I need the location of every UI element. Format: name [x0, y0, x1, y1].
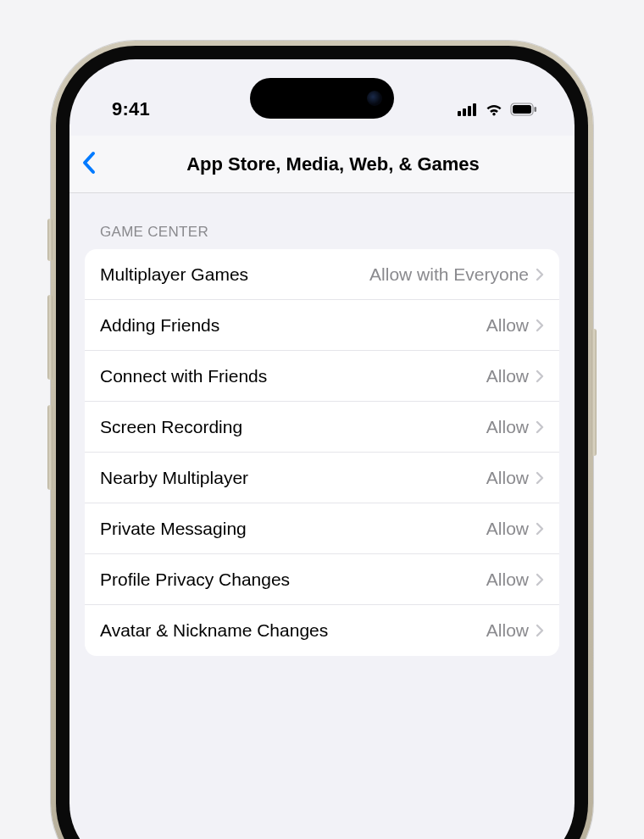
row-value: Allow [219, 315, 536, 336]
back-button[interactable] [81, 151, 97, 178]
row-label: Profile Privacy Changes [100, 570, 290, 590]
page-title: App Store, Media, Web, & Games [69, 153, 575, 175]
chevron-right-icon [536, 471, 544, 485]
chevron-right-icon [536, 573, 544, 586]
section-header-game-center: GAME CENTER [85, 193, 559, 249]
row-value: Allow [267, 366, 536, 386]
row-label: Multiplayer Games [100, 264, 248, 285]
screen: 9:41 [69, 59, 575, 839]
chevron-right-icon [536, 369, 544, 383]
row-avatar-nickname-changes[interactable]: Avatar & Nickname Changes Allow [85, 605, 559, 656]
svg-rect-5 [513, 105, 531, 114]
row-label: Adding Friends [100, 315, 219, 336]
row-screen-recording[interactable]: Screen Recording Allow [85, 402, 559, 453]
content: GAME CENTER Multiplayer Games Allow with… [69, 193, 575, 656]
status-time: 9:41 [112, 98, 150, 120]
chevron-right-icon [536, 319, 544, 332]
row-label: Connect with Friends [100, 366, 267, 386]
chevron-right-icon [536, 268, 544, 281]
chevron-right-icon [536, 624, 544, 637]
row-label: Nearby Multiplayer [100, 468, 248, 488]
chevron-left-icon [81, 151, 97, 178]
row-label: Screen Recording [100, 417, 242, 437]
front-camera [367, 91, 382, 106]
phone-bezel: 9:41 [56, 46, 588, 839]
chevron-right-icon [536, 420, 544, 434]
row-private-messaging[interactable]: Private Messaging Allow [85, 503, 559, 554]
battery-icon [510, 103, 537, 116]
svg-rect-1 [463, 108, 466, 116]
phone-device-frame: 9:41 [51, 41, 593, 839]
wifi-icon [485, 103, 503, 116]
side-button [47, 219, 53, 261]
chevron-right-icon [536, 522, 544, 536]
side-button [591, 329, 597, 456]
svg-rect-6 [535, 107, 537, 112]
cellular-icon [458, 103, 478, 116]
row-value: Allow [242, 417, 536, 437]
row-value: Allow [290, 570, 536, 590]
row-label: Avatar & Nickname Changes [100, 620, 328, 641]
svg-rect-3 [473, 103, 476, 116]
row-nearby-multiplayer[interactable]: Nearby Multiplayer Allow [85, 453, 559, 503]
row-multiplayer-games[interactable]: Multiplayer Games Allow with Everyone [85, 249, 559, 300]
row-adding-friends[interactable]: Adding Friends Allow [85, 300, 559, 351]
side-button [47, 295, 53, 380]
dynamic-island [250, 78, 394, 119]
row-value: Allow [328, 620, 536, 641]
row-value: Allow [247, 519, 536, 539]
nav-bar: App Store, Media, Web, & Games [69, 136, 575, 193]
row-connect-with-friends[interactable]: Connect with Friends Allow [85, 351, 559, 402]
status-icons [458, 103, 547, 116]
row-label: Private Messaging [100, 519, 247, 539]
side-button [47, 405, 53, 490]
svg-rect-2 [468, 106, 471, 116]
row-profile-privacy-changes[interactable]: Profile Privacy Changes Allow [85, 554, 559, 605]
row-value: Allow with Everyone [248, 264, 536, 285]
svg-rect-0 [458, 111, 461, 116]
settings-group-game-center: Multiplayer Games Allow with Everyone Ad… [85, 249, 559, 656]
row-value: Allow [248, 468, 536, 488]
